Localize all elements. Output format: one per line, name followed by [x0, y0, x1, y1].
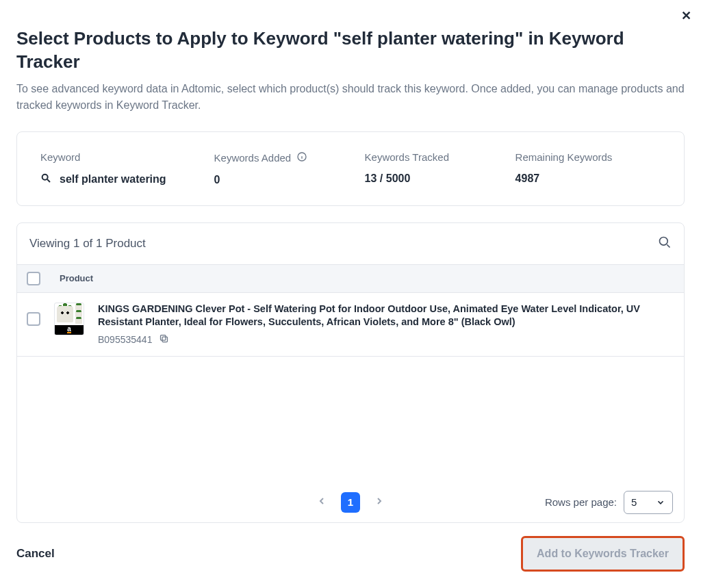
rows-per-page-label: Rows per page: [545, 496, 617, 508]
modal-description: To see advanced keyword data in Adtomic,… [16, 81, 685, 114]
stat-remaining-label: Remaining Keywords [515, 151, 618, 163]
svg-point-5 [660, 237, 668, 245]
viewing-count: Viewing 1 of 1 Product [29, 237, 146, 251]
svg-line-6 [667, 244, 670, 247]
rows-per-page-value: 5 [631, 496, 637, 508]
chevron-down-icon [656, 498, 665, 507]
close-icon[interactable]: ✕ [681, 8, 691, 23]
amazon-badge-icon: a [55, 325, 84, 335]
add-to-tracker-button[interactable]: Add to Keywords Tracker [521, 536, 685, 572]
stat-keyword-value: self planter watering [60, 173, 166, 186]
pagination: 1 [316, 492, 385, 513]
stat-keywords-added-label: Keywords Added [214, 152, 292, 164]
cancel-button[interactable]: Cancel [16, 547, 55, 561]
info-icon[interactable] [296, 151, 307, 164]
svg-rect-8 [161, 335, 166, 340]
table-footer: 1 Rows per page: 5 [17, 483, 684, 522]
table-search-button[interactable] [658, 235, 672, 252]
stat-remaining: Remaining Keywords 4987 [515, 151, 618, 186]
select-all-checkbox[interactable] [27, 272, 40, 285]
stat-keyword-label: Keyword [40, 151, 166, 163]
stat-keywords-tracked-label: Keywords Tracked [365, 151, 468, 163]
row-checkbox[interactable] [27, 312, 40, 326]
product-asin: B095535441 [98, 334, 152, 345]
stat-keywords-added: Keywords Added 0 [214, 151, 317, 186]
svg-rect-7 [162, 337, 168, 342]
next-page-button[interactable] [374, 496, 385, 509]
stat-keywords-added-value: 0 [214, 174, 317, 186]
current-page[interactable]: 1 [341, 492, 360, 513]
product-thumbnail: a [54, 303, 84, 335]
products-table: Viewing 1 of 1 Product Product a KINGS G… [16, 222, 685, 523]
prev-page-button[interactable] [316, 496, 327, 509]
product-title: KINGS GARDENING Clever Pot - Self Wateri… [98, 303, 674, 329]
stat-keywords-tracked-value: 13 / 5000 [365, 172, 468, 185]
stats-panel: Keyword self planter watering Keywords A… [16, 131, 685, 206]
stat-keywords-tracked: Keywords Tracked 13 / 5000 [365, 151, 468, 186]
table-header: Product [17, 264, 684, 293]
modal-title: Select Products to Apply to Keyword "sel… [16, 27, 685, 74]
svg-line-1 [47, 179, 50, 182]
column-header-product: Product [60, 273, 93, 283]
table-row: a KINGS GARDENING Clever Pot - Self Wate… [17, 293, 684, 357]
stat-remaining-value: 4987 [515, 172, 618, 185]
modal-actions: Cancel Add to Keywords Tracker [16, 536, 685, 572]
search-icon [40, 172, 51, 186]
stat-keyword: Keyword self planter watering [40, 151, 166, 186]
rows-per-page-select[interactable]: 5 [624, 491, 673, 514]
copy-icon[interactable] [159, 333, 169, 346]
svg-point-0 [42, 174, 48, 179]
